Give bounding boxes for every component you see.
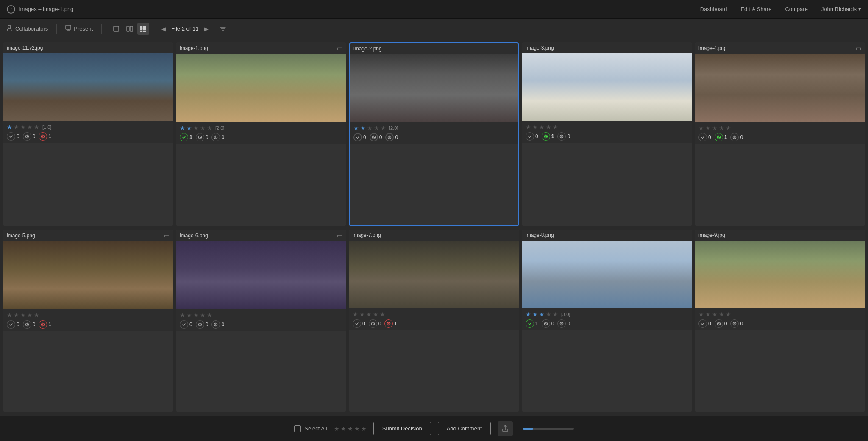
image-card-8[interactable]: image-7.png★★★★★001	[349, 230, 519, 413]
approve-icon[interactable]	[180, 320, 188, 329]
star-4[interactable]: ★	[373, 311, 378, 318]
star-3[interactable]: ★	[366, 311, 372, 318]
approve-icon[interactable]	[526, 132, 534, 141]
image-card-4[interactable]: image-3.png★★★★★010	[522, 42, 692, 226]
star-5[interactable]: ★	[726, 125, 731, 131]
reject-icon[interactable]	[557, 319, 566, 328]
star-1[interactable]: ★	[526, 311, 531, 318]
star-4[interactable]: ★	[719, 311, 724, 318]
star-2[interactable]: ★	[186, 125, 192, 131]
watch-icon[interactable]	[715, 319, 723, 328]
star-1[interactable]: ★	[353, 125, 359, 131]
filter-icon[interactable]	[217, 23, 229, 35]
view-double-icon[interactable]	[124, 23, 136, 35]
star-1[interactable]: ★	[180, 312, 185, 319]
star-3[interactable]: ★	[539, 124, 545, 130]
watch-icon[interactable]	[542, 319, 550, 328]
reject-icon[interactable]	[211, 133, 220, 141]
compare-link[interactable]: Compare	[785, 6, 807, 12]
star-2[interactable]: ★	[705, 311, 711, 318]
approve-icon[interactable]	[353, 133, 362, 141]
star-2[interactable]: ★	[14, 124, 19, 130]
star-3[interactable]: ★	[367, 125, 373, 131]
image-card-3[interactable]: image-2.png★★★★★[2.0]000	[349, 42, 519, 226]
star-3[interactable]: ★	[193, 312, 199, 319]
star-3[interactable]: ★	[539, 311, 545, 318]
reject-icon[interactable]	[211, 320, 220, 329]
image-card-9[interactable]: image-8.png★★★★★[3.0]100	[522, 230, 692, 413]
star-1[interactable]: ★	[7, 312, 12, 319]
star-3[interactable]: ★	[20, 124, 26, 130]
star-2[interactable]: ★	[186, 312, 192, 319]
image-card-2[interactable]: image-1.png▭★★★★★[2.0]100	[176, 42, 346, 226]
star-5[interactable]: ★	[34, 312, 39, 319]
star-4[interactable]: ★	[27, 124, 33, 130]
star-2[interactable]: ★	[360, 125, 366, 131]
star-1[interactable]: ★	[180, 125, 185, 131]
reject-icon[interactable]	[385, 133, 394, 141]
watch-icon[interactable]	[715, 133, 723, 141]
star-5[interactable]: ★	[207, 125, 212, 131]
watch-icon[interactable]	[196, 320, 204, 329]
star-3[interactable]: ★	[20, 312, 26, 319]
star-5[interactable]: ★	[380, 311, 385, 318]
reject-icon[interactable]	[39, 132, 47, 141]
watch-icon[interactable]	[369, 319, 377, 328]
file-next-btn[interactable]: ▶	[202, 25, 210, 33]
bottom-star-3[interactable]: ★	[348, 425, 353, 432]
star-2[interactable]: ★	[532, 124, 538, 130]
star-4[interactable]: ★	[719, 125, 724, 131]
star-1[interactable]: ★	[698, 311, 704, 318]
info-icon[interactable]: i	[7, 5, 15, 14]
file-prev-btn[interactable]: ◀	[159, 25, 168, 33]
reject-icon[interactable]	[384, 319, 393, 328]
select-all-checkbox[interactable]	[294, 425, 301, 432]
image-card-7[interactable]: image-6.png▭★★★★★000	[176, 230, 346, 413]
reject-icon[interactable]	[730, 133, 739, 141]
approve-icon[interactable]	[526, 319, 534, 328]
approve-icon[interactable]	[7, 320, 15, 329]
image-card-10[interactable]: image-9.jpg★★★★★000	[695, 230, 865, 413]
star-3[interactable]: ★	[193, 125, 199, 131]
reject-icon[interactable]	[557, 132, 566, 141]
star-1[interactable]: ★	[526, 124, 531, 130]
star-4[interactable]: ★	[200, 312, 206, 319]
star-1[interactable]: ★	[353, 311, 358, 318]
comment-icon[interactable]: ▭	[856, 45, 861, 52]
star-5[interactable]: ★	[34, 124, 39, 130]
watch-icon[interactable]	[542, 132, 550, 141]
bottom-star-2[interactable]: ★	[341, 425, 346, 432]
reject-icon[interactable]	[39, 320, 47, 329]
star-2[interactable]: ★	[705, 125, 711, 131]
approve-icon[interactable]	[698, 319, 707, 328]
star-4[interactable]: ★	[546, 124, 551, 130]
bottom-star-1[interactable]: ★	[334, 425, 339, 432]
star-2[interactable]: ★	[532, 311, 538, 318]
star-1[interactable]: ★	[698, 125, 704, 131]
star-5[interactable]: ★	[553, 124, 558, 130]
comment-icon[interactable]: ▭	[337, 232, 342, 239]
star-5[interactable]: ★	[207, 312, 212, 319]
add-comment-btn[interactable]: Add Comment	[438, 422, 491, 435]
star-5[interactable]: ★	[381, 125, 386, 131]
image-card-6[interactable]: image-5.png▭★★★★★001	[3, 230, 173, 413]
approve-icon[interactable]	[180, 133, 188, 141]
star-2[interactable]: ★	[14, 312, 19, 319]
comment-icon[interactable]: ▭	[164, 232, 170, 239]
watch-icon[interactable]	[370, 133, 378, 141]
submit-decision-btn[interactable]: Submit Decision	[373, 422, 431, 435]
star-5[interactable]: ★	[726, 311, 731, 318]
star-4[interactable]: ★	[374, 125, 379, 131]
watch-icon[interactable]	[23, 320, 31, 329]
comment-icon[interactable]: ▭	[337, 45, 342, 52]
star-4[interactable]: ★	[27, 312, 33, 319]
star-1[interactable]: ★	[7, 124, 12, 130]
view-grid-icon[interactable]	[137, 23, 149, 35]
view-single-icon[interactable]	[110, 23, 122, 35]
share-icon-btn[interactable]	[498, 421, 513, 436]
dashboard-link[interactable]: Dashboard	[700, 6, 727, 12]
present-btn[interactable]: Present	[65, 25, 93, 32]
image-card-5[interactable]: image-4.png▭★★★★★010	[695, 42, 865, 226]
bottom-star-4[interactable]: ★	[354, 425, 360, 432]
image-card-1[interactable]: image-11.v2.jpg★★★★★[1.0]001	[3, 42, 173, 226]
